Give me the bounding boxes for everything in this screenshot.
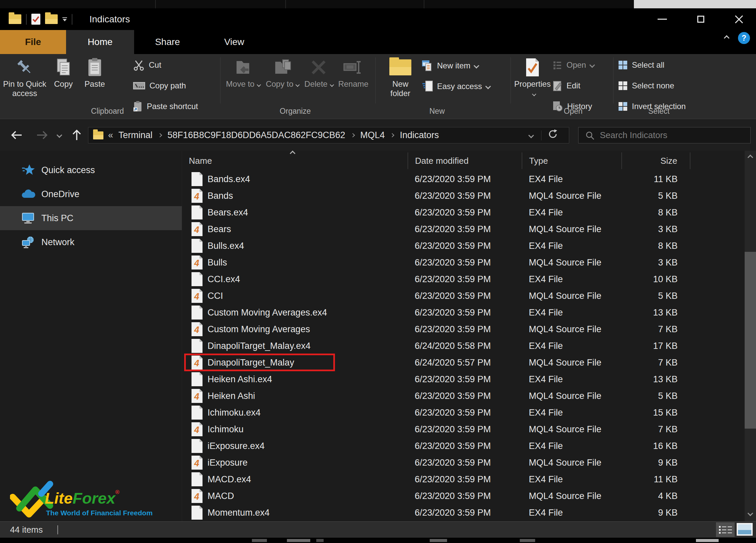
details-view-button[interactable] (716, 522, 735, 537)
cut-button[interactable]: Cut (133, 57, 161, 73)
open-button[interactable]: Open (552, 57, 594, 73)
mql4-glyph: 4 (192, 290, 202, 303)
file-type: EX4 File (522, 408, 622, 418)
properties-check-icon[interactable] (31, 14, 40, 25)
mql4-glyph (192, 440, 202, 453)
file-row[interactable]: 4 Heiken Ashi 6/23/2020 3:59 PM MQL4 Sou… (182, 388, 745, 404)
copy-path-button[interactable]: Copy path (133, 78, 186, 93)
select-none-button[interactable]: Select none (618, 78, 674, 93)
customize-toolbar-icon[interactable] (62, 17, 67, 21)
scroll-down-icon[interactable] (748, 511, 753, 516)
file-row[interactable]: Custom Moving Averages.ex4 6/23/2020 3:5… (182, 304, 745, 321)
explorer-folder-icon[interactable] (9, 14, 21, 24)
vertical-scrollbar[interactable] (745, 151, 756, 521)
file-row[interactable]: 4 iExposure 6/23/2020 3:59 PM MQL4 Sourc… (182, 454, 745, 471)
file-row[interactable]: MACD.ex4 6/23/2020 3:59 PM EX4 File 11 K… (182, 471, 745, 488)
refresh-button[interactable] (547, 129, 558, 142)
up-button[interactable] (68, 119, 85, 151)
file-type: EX4 File (522, 174, 622, 184)
maximize-button[interactable] (687, 8, 715, 30)
scrollbar-thumb[interactable] (745, 252, 756, 429)
breadcrumb-chevron-icon[interactable] (351, 133, 355, 137)
breadcrumb-segment[interactable]: MQL4 (358, 130, 387, 140)
file-row[interactable]: 4 Custom Moving Averages 6/23/2020 3:59 … (182, 321, 745, 338)
breadcrumb-overflow[interactable]: « (108, 130, 113, 140)
top-strip-divider (424, 0, 424, 8)
file-row[interactable]: 4 MACD 6/23/2020 3:59 PM MQL4 Source Fil… (182, 488, 745, 504)
dropdown-caret (589, 62, 595, 68)
sidebar-item-network[interactable]: Network (0, 230, 182, 254)
column-header-type[interactable]: Type (522, 152, 622, 169)
file-row[interactable]: iExposure.ex4 6/23/2020 3:59 PM EX4 File… (182, 438, 745, 454)
paste-button[interactable]: Paste (79, 57, 110, 89)
column-header-date-modified[interactable]: Date modified (408, 152, 522, 169)
tab-view[interactable]: View (201, 30, 268, 54)
close-button[interactable] (725, 8, 753, 30)
file-row[interactable]: Bulls.ex4 6/23/2020 3:59 PM EX4 File 8 K… (182, 237, 745, 254)
forward-button[interactable] (33, 119, 51, 151)
back-button[interactable] (8, 119, 25, 151)
column-header-name[interactable]: Name (182, 152, 408, 169)
mql4-glyph (192, 274, 202, 286)
column-header-size[interactable]: Size (622, 152, 690, 169)
window-title: Indicators (89, 8, 130, 30)
breadcrumb-segment[interactable]: Terminal (116, 130, 154, 140)
file-row[interactable]: Bears.ex4 6/23/2020 3:59 PM EX4 File 8 K… (182, 204, 745, 221)
scroll-up-icon[interactable] (748, 155, 753, 160)
new-folder-qat-icon[interactable] (45, 14, 58, 24)
file-size: 8 KB (622, 207, 690, 218)
file-date-modified: 6/23/2020 3:59 PM (408, 274, 522, 285)
file-row[interactable]: Momentum.ex4 6/23/2020 3:59 PM EX4 File … (182, 504, 745, 521)
sidebar-item-quick-access[interactable]: Quick access (0, 158, 182, 182)
file-row[interactable]: 4 Bands 6/23/2020 3:59 PM MQL4 Source Fi… (182, 187, 745, 204)
file-row[interactable]: 4 CCI 6/23/2020 3:59 PM MQL4 Source File… (182, 288, 745, 304)
address-bar[interactable]: « Terminal58F16B8C9F18D6DD6A5DAC862FC9CB… (88, 127, 569, 143)
minimize-button[interactable] (648, 8, 676, 30)
file-row[interactable]: 4 Ichimoku 6/23/2020 3:59 PM MQL4 Source… (182, 421, 745, 438)
breadcrumb-chevron-icon[interactable] (158, 133, 162, 137)
breadcrumb-chevron-icon[interactable] (390, 133, 395, 137)
mql4-file-icon: 4 (192, 189, 203, 203)
file-row[interactable]: 4 Bulls 6/23/2020 3:59 PM MQL4 Source Fi… (182, 254, 745, 271)
edit-button[interactable]: Edit (552, 78, 580, 93)
file-row[interactable]: CCI.ex4 6/23/2020 3:59 PM EX4 File 10 KB (182, 271, 745, 288)
breadcrumb-segment[interactable]: Indicators (398, 130, 441, 140)
file-row[interactable]: DinapoliTarget_Malay.ex4 6/24/2020 5:58 … (182, 338, 745, 354)
new-item-button[interactable]: New item (422, 58, 478, 73)
tab-file[interactable]: File (0, 30, 66, 54)
copy-button[interactable]: Copy (47, 57, 79, 89)
pin-to-quick-access-button[interactable]: Pin to Quick access (3, 57, 47, 98)
file-date-modified: 6/23/2020 3:59 PM (408, 241, 522, 251)
ex4-file-icon (192, 339, 203, 353)
large-icons-view-button[interactable] (737, 523, 753, 536)
recent-locations-button[interactable] (53, 119, 65, 151)
search-input[interactable] (600, 130, 744, 140)
sidebar-item-onedrive[interactable]: OneDrive (0, 182, 182, 206)
file-row[interactable]: Ichimoku.ex4 6/23/2020 3:59 PM EX4 File … (182, 404, 745, 421)
file-pane: Name Date modified Type Size Bands.ex4 6… (182, 151, 745, 521)
easy-access-button[interactable]: Easy access (422, 79, 490, 94)
collapse-ribbon-icon[interactable] (724, 35, 730, 41)
file-row[interactable]: 4 DinapoliTarget_Malay 6/24/2020 5:57 PM… (182, 354, 745, 371)
breadcrumb-segment[interactable]: 58F16B8C9F18D6DD6A5DAC862FC9CB62 (165, 130, 347, 140)
properties-button[interactable]: Properties (514, 57, 551, 98)
move-to-button[interactable]: Move to (224, 57, 262, 89)
file-row[interactable]: 4 Bears 6/23/2020 3:59 PM MQL4 Source Fi… (182, 221, 745, 237)
file-row[interactable]: Bands.ex4 6/23/2020 3:59 PM EX4 File 11 … (182, 171, 745, 187)
delete-button[interactable]: Delete (303, 57, 334, 89)
address-dropdown-icon[interactable] (528, 132, 534, 138)
select-all-button[interactable]: Select all (618, 57, 664, 73)
top-strip-light-segment (634, 0, 756, 8)
tab-home[interactable]: Home (66, 30, 134, 54)
copy-to-button[interactable]: Copy to (264, 57, 301, 89)
tab-share[interactable]: Share (134, 30, 201, 54)
new-folder-button[interactable]: New folder (382, 57, 418, 98)
search-box[interactable] (578, 127, 751, 143)
rename-button[interactable]: Rename (335, 57, 372, 89)
sidebar-item-this-pc[interactable]: This PC (0, 206, 182, 230)
help-icon[interactable]: ? (738, 32, 750, 44)
top-strip-divider (155, 0, 156, 8)
file-row[interactable]: Heiken Ashi.ex4 6/23/2020 3:59 PM EX4 Fi… (182, 371, 745, 388)
file-date-modified: 6/23/2020 3:59 PM (408, 508, 522, 518)
copy-to-icon (273, 57, 292, 78)
